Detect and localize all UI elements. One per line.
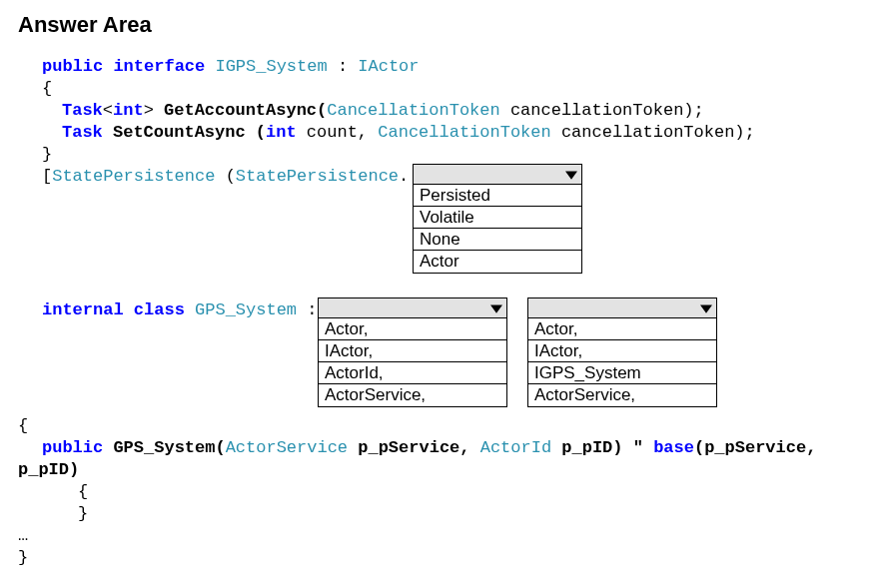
brace-close: } — [18, 547, 877, 569]
code-line: Task SetCountAsync (int count, Cancellat… — [18, 122, 877, 144]
class-decl-row: internal class GPS_System : Actor, IActo… — [18, 299, 877, 415]
brace-open: { — [18, 481, 877, 503]
method-name: SetCountAsync ( — [103, 123, 266, 142]
dropdown-option[interactable]: IGPS_System — [528, 362, 716, 384]
chevron-down-icon — [490, 302, 502, 314]
ctor-line: public GPS_System(ActorService p_pServic… — [18, 437, 877, 459]
chevron-down-icon — [565, 169, 577, 181]
kw-interface: interface — [113, 57, 205, 76]
type-gps: GPS_System — [195, 300, 297, 319]
dropdown-option[interactable]: Actor, — [528, 318, 716, 340]
dropdown-base-class[interactable]: Actor, IActor, ActorId, ActorService, — [318, 297, 507, 407]
dropdown-header[interactable] — [319, 298, 506, 318]
dropdown-header[interactable] — [528, 298, 716, 318]
code-line: Task<int> GetAccountAsync(CancellationTo… — [18, 100, 877, 122]
page-title: Answer Area — [18, 12, 877, 38]
dropdown-option[interactable]: Actor, — [319, 318, 506, 340]
kw-class: class — [134, 300, 185, 319]
dropdown-option[interactable]: None — [414, 229, 581, 251]
dropdown-state-persistence[interactable]: Persisted Volatile None Actor — [413, 164, 582, 274]
type-sp: StatePersistence — [236, 167, 399, 186]
dropdown-option[interactable]: IActor, — [528, 340, 716, 362]
type-igps: IGPS_System — [215, 57, 327, 76]
dropdown-interface[interactable]: Actor, IActor, IGPS_System ActorService, — [527, 297, 717, 407]
dropdown-option[interactable]: Actor — [414, 251, 581, 273]
dropdown-option[interactable]: ActorService, — [528, 384, 716, 406]
code-line: public interface IGPS_System : IActor — [18, 56, 877, 78]
attribute-row: [StatePersistence (StatePersistence. Per… — [18, 166, 877, 282]
type-ct: CancellationToken — [327, 101, 499, 120]
dropdown-header[interactable] — [414, 165, 581, 185]
svg-marker-1 — [490, 304, 502, 312]
chevron-down-icon — [700, 302, 712, 314]
kw-public: public — [42, 57, 103, 76]
ellipsis: … — [18, 525, 877, 547]
dropdown-option[interactable]: ActorService, — [319, 384, 506, 406]
brace-close: } — [18, 144, 877, 166]
type-sp: StatePersistence — [52, 167, 215, 186]
code-block: public interface IGPS_System : IActor { … — [18, 56, 877, 569]
kw-task: Task — [62, 123, 103, 142]
type-iactor: IActor — [358, 57, 419, 76]
type-actorid: ActorId — [480, 438, 551, 457]
brace-open: { — [18, 415, 877, 437]
brace-close: } — [18, 503, 877, 525]
method-name: GetAccountAsync( — [164, 101, 327, 120]
dropdown-option[interactable]: Persisted — [414, 185, 581, 207]
kw-internal: internal — [42, 300, 124, 319]
svg-marker-0 — [565, 171, 577, 179]
kw-public: public — [42, 438, 103, 457]
ctor-line2: p_pID) — [18, 459, 877, 481]
kw-base: base — [653, 438, 694, 457]
brace-open: { — [18, 78, 877, 100]
dropdown-option[interactable]: ActorId, — [319, 362, 506, 384]
type-actorservice: ActorService — [226, 438, 348, 457]
colon: : — [338, 57, 358, 76]
svg-marker-2 — [700, 304, 712, 312]
type-ct: CancellationToken — [378, 123, 550, 142]
dropdown-option[interactable]: Volatile — [414, 207, 581, 229]
kw-task: Task — [62, 101, 103, 120]
dropdown-option[interactable]: IActor, — [319, 340, 506, 362]
